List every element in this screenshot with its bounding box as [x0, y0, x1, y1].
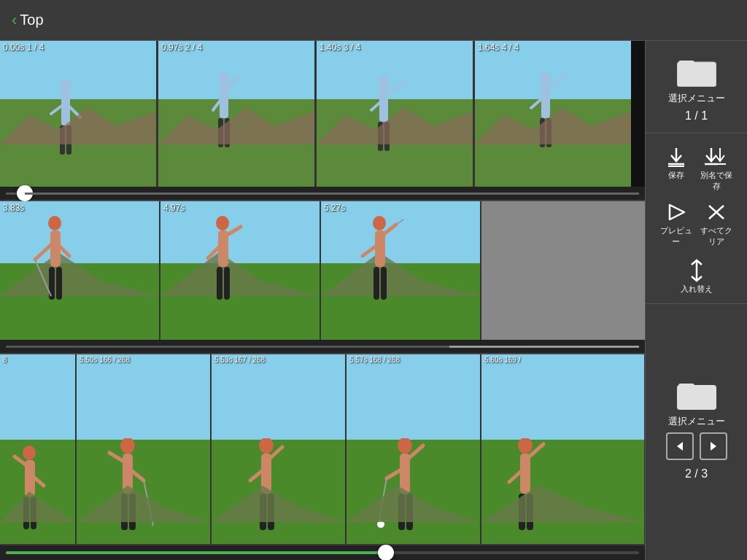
- actions-section: 保存 別名で保存: [646, 133, 747, 304]
- save-label: 保存: [668, 170, 684, 181]
- top-frame-1[interactable]: 0.00s 1 / 4: [0, 41, 156, 187]
- mid-frame-1[interactable]: 3.83s: [0, 201, 160, 340]
- top-video-strip: 0.00s 1 / 4: [0, 41, 645, 187]
- svg-marker-27: [475, 108, 631, 144]
- bottom-scrubber-track: [6, 551, 639, 554]
- swap-icon: [684, 259, 710, 282]
- next-button[interactable]: [700, 432, 727, 460]
- save-as-label: 別名で保存: [700, 170, 735, 192]
- bottom-scrubber-handle[interactable]: [378, 545, 394, 560]
- bottom-folder-icon[interactable]: [675, 376, 719, 412]
- svg-rect-41: [217, 267, 222, 300]
- action-grid: 保存 別名で保存: [651, 139, 741, 253]
- svg-line-50: [396, 219, 403, 225]
- filmstrip-frame-169[interactable]: 5.60s 169 /: [481, 354, 645, 544]
- svg-marker-28: [0, 252, 160, 296]
- header: ‹ Top: [0, 0, 747, 41]
- svg-rect-91: [678, 61, 694, 65]
- swap-button[interactable]: 入れ替え: [679, 256, 714, 298]
- back-label: Top: [20, 12, 43, 28]
- preview-icon: [663, 201, 689, 224]
- svg-point-44: [373, 216, 386, 230]
- top-frame-3[interactable]: 1.40s 3 / 4: [317, 41, 473, 187]
- svg-point-7: [218, 72, 230, 85]
- clear-all-button[interactable]: すべてクリア: [698, 198, 736, 250]
- svg-rect-89: [677, 62, 716, 87]
- filmstrip-frame-168[interactable]: 5.57s 168 / 268: [347, 354, 481, 544]
- bottom-scrubber[interactable]: [0, 544, 645, 560]
- mid-timeline[interactable]: [0, 340, 645, 353]
- filmstrip-frame-167[interactable]: 5.53s 167 / 268: [212, 354, 347, 544]
- back-button[interactable]: ‹ Top: [12, 11, 44, 30]
- top-folder-icon[interactable]: [675, 52, 719, 89]
- save-as-button[interactable]: 別名で保存: [698, 142, 736, 195]
- save-button[interactable]: 保存: [657, 142, 695, 195]
- mid-frame-3-label: 5.27s: [324, 203, 345, 213]
- svg-marker-65: [77, 486, 212, 522]
- top-frame-4[interactable]: 1.64s 4 / 4: [475, 41, 631, 187]
- svg-marker-88: [481, 486, 644, 522]
- prev-button[interactable]: [666, 432, 694, 460]
- svg-rect-49: [381, 267, 387, 300]
- svg-rect-34: [56, 267, 62, 300]
- svg-point-58: [120, 438, 135, 454]
- mid-placeholder: [481, 201, 645, 340]
- svg-point-0: [60, 79, 71, 93]
- frame-1-label: 0.00s 1 / 4: [3, 42, 44, 52]
- top-folder-section: 選択メニュー 1 / 1: [646, 47, 747, 133]
- bottom-page-indicator: 2 / 3: [685, 467, 708, 481]
- svg-rect-48: [374, 267, 379, 300]
- frame-4-label: 1.64s 4 / 4: [478, 42, 519, 52]
- clear-all-icon: [703, 201, 729, 224]
- mid-frame-2-label: 4.97s: [163, 203, 185, 213]
- svg-point-51: [23, 446, 36, 460]
- svg-point-66: [259, 438, 274, 454]
- frame-2-label: 0.97s 2 / 4: [161, 42, 202, 52]
- preview-button[interactable]: プレビュー: [657, 198, 695, 250]
- top-video-section: 0.00s 1 / 4: [0, 41, 645, 201]
- back-icon: ‹: [12, 11, 17, 30]
- bottom-folder-label: 選択メニュー: [668, 415, 725, 428]
- main-layout: 0.00s 1 / 4: [0, 41, 747, 560]
- svg-point-82: [518, 438, 533, 454]
- nav-buttons: [666, 432, 727, 460]
- svg-marker-72: [212, 486, 347, 522]
- middle-video-strip: 3.83s: [0, 201, 645, 340]
- top-timeline[interactable]: [0, 187, 645, 200]
- svg-marker-20: [317, 108, 473, 144]
- svg-marker-6: [0, 108, 156, 144]
- svg-point-21: [540, 72, 551, 85]
- bottom-scrubber-progress: [6, 551, 386, 554]
- svg-marker-105: [677, 442, 683, 451]
- save-as-icon: [703, 145, 729, 168]
- svg-marker-81: [347, 486, 481, 522]
- content-area: 0.00s 1 / 4: [0, 41, 645, 560]
- sidebar: 選択メニュー 1 / 1 保存: [645, 41, 747, 560]
- frame-3-label: 1.40s 3 / 4: [320, 42, 360, 52]
- clear-all-label: すべてクリア: [700, 225, 735, 247]
- svg-rect-104: [678, 384, 694, 388]
- svg-marker-57: [0, 491, 77, 522]
- svg-line-35: [35, 260, 51, 296]
- svg-rect-103: [677, 385, 716, 410]
- middle-video-section: 3.83s: [0, 201, 645, 354]
- swap-label: 入れ替え: [681, 284, 713, 295]
- bottom-folder-section: 選択メニュー 2 / 3: [646, 304, 747, 554]
- svg-point-37: [216, 216, 229, 230]
- svg-marker-106: [711, 442, 716, 451]
- top-timeline-track: [6, 192, 639, 195]
- mid-frame-3[interactable]: 5.27s: [321, 201, 481, 340]
- top-page-indicator: 1 / 1: [685, 109, 708, 122]
- filmstrip-row: 8 5.50s 166 / 2: [0, 354, 645, 544]
- filmstrip-section: 8 5.50s 166 / 2: [0, 354, 645, 560]
- svg-point-14: [378, 76, 390, 89]
- svg-point-29: [48, 216, 61, 230]
- svg-rect-42: [224, 267, 230, 300]
- top-frame-2[interactable]: 0.97s 2 / 4: [158, 41, 314, 187]
- mid-frame-2[interactable]: 4.97s: [160, 201, 321, 340]
- filmstrip-frame-166[interactable]: 5.50s 166 / 268: [77, 354, 212, 544]
- svg-marker-99: [670, 205, 684, 219]
- mid-frame-1-label: 3.83s: [3, 203, 24, 213]
- top-folder-label: 選択メニュー: [668, 92, 725, 105]
- filmstrip-frame-0[interactable]: 8: [0, 354, 77, 544]
